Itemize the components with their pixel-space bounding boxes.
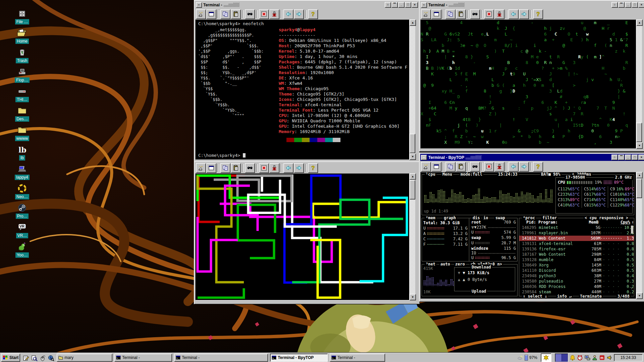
new-window-button[interactable] — [206, 163, 216, 173]
paste-button[interactable] — [231, 163, 241, 173]
process-list[interactable]: 146295minetest5G·········10.2170961nxpla… — [519, 225, 634, 295]
close-button[interactable]: × — [638, 155, 644, 160]
keep-above-button[interactable]: ○ — [385, 2, 391, 8]
text-editor-icon[interactable] — [22, 355, 30, 361]
window-menu-button[interactable]: − — [421, 155, 427, 160]
bpytop-mode[interactable]: mode:full — [460, 172, 483, 177]
new-window-button[interactable] — [206, 9, 216, 19]
help-button[interactable]: ? — [533, 162, 543, 172]
scroll-track[interactable] — [410, 180, 415, 294]
terminal-output-matrix[interactable]: 5 4 d - u m _ E @ k J { h j zv @ H r N R… — [420, 19, 636, 149]
bpytop-monitor[interactable]: ¹cpu Menu mode:full 15:24:33 BAT■ 98% + … — [420, 172, 636, 299]
proc-terminate-key[interactable]: Terminate — [579, 294, 603, 299]
new-tab-button[interactable] — [421, 162, 431, 172]
task-button-4[interactable]: >_Terminal - BpyTOP — [270, 354, 328, 362]
scroll-down-button[interactable]: ▼ — [636, 142, 643, 149]
new-tab-button[interactable] — [196, 163, 206, 173]
close-tab-button[interactable] — [259, 163, 269, 173]
find-button[interactable] — [470, 162, 480, 172]
pager-icon[interactable] — [541, 353, 551, 362]
process-row-mumble[interactable]: 139128mumble84M· · · ·0.5 — [519, 257, 634, 262]
net-auto-tab[interactable]: auto — [439, 261, 451, 267]
paste-button[interactable] — [456, 162, 466, 172]
task-button-5[interactable]: >_Terminal - — [330, 354, 385, 362]
scroll-track[interactable] — [636, 26, 642, 142]
new-window-button[interactable] — [431, 162, 441, 172]
shade-button[interactable]: ▔ — [618, 2, 625, 8]
maximize-button[interactable]: □ — [632, 2, 638, 8]
desktop-icon-wwww-folder[interactable]: wwww — [5, 125, 40, 141]
proc-scroll-thumb[interactable] — [631, 226, 633, 234]
scroll-thumb[interactable] — [636, 179, 642, 198]
mem-graph-tab[interactable]: graph — [443, 215, 457, 221]
desktop-icon-desktop-folder[interactable]: Des… — [5, 105, 40, 122]
terminal-output-pipes[interactable] — [195, 173, 410, 300]
scroll-thumb[interactable] — [636, 123, 642, 142]
web-browser-icon[interactable] — [47, 355, 55, 361]
scroll-up-button[interactable]: ▲ — [636, 172, 643, 178]
scroll-up-button[interactable]: ▲ — [636, 19, 643, 26]
close-tab-button[interactable] — [484, 9, 494, 19]
scroll-thumb[interactable] — [410, 180, 415, 199]
scroll-down-button[interactable]: ▼ — [410, 294, 416, 300]
desktop-icon-neotokyo[interactable]: Neo… — [5, 183, 40, 199]
copy-button[interactable] — [445, 9, 455, 19]
shade-button[interactable]: ▔ — [391, 2, 398, 8]
scroll-track[interactable] — [636, 178, 642, 293]
weather-icon[interactable] — [517, 355, 523, 361]
new-tab-button[interactable] — [421, 9, 431, 19]
keep-above-button[interactable]: ○ — [611, 155, 618, 160]
proc-select-keys[interactable]: ↑ select ↓ — [522, 294, 548, 299]
minimize-button[interactable]: _ — [625, 2, 631, 8]
proc-filter-tab[interactable]: filter — [541, 215, 558, 221]
process-row-xorg[interactable]: 138649Xorg145M· · · ·0.5 — [519, 262, 634, 268]
scrollbar[interactable]: ▲▼ — [410, 19, 415, 160]
desktop-icon-ib[interactable]: lbIb — [5, 144, 40, 161]
desktop-icon-lappy4[interactable]: lappy4 — [5, 164, 40, 180]
process-row-discord[interactable]: 141110Discord603M· · · ·0.5 — [519, 268, 634, 273]
bpytop-menu-button[interactable]: Menu — [441, 172, 453, 177]
keep-above-button[interactable]: ○ — [611, 2, 618, 8]
process-row-python3[interactable]: 234948python338M· · · ·0.4 — [519, 273, 634, 279]
maximize-button[interactable]: □ — [405, 2, 411, 8]
mumble-icon[interactable]: m — [599, 355, 605, 361]
scroll-down-button[interactable]: ▼ — [636, 293, 643, 299]
close-window-button[interactable] — [269, 163, 279, 173]
app-finder-icon[interactable] — [31, 355, 38, 361]
proc-box-label[interactable]: ⁴proc — [522, 215, 536, 221]
next-tab-button[interactable] — [519, 162, 529, 172]
proc-info-key[interactable]: info ↵ — [556, 294, 573, 299]
scrollbar[interactable]: ▲▼ — [636, 172, 642, 299]
process-row-web-content[interactable]: 187167Web Content298M· · · ·0.8 — [519, 252, 634, 257]
scroll-thumb[interactable] — [410, 134, 415, 153]
scroll-track[interactable] — [410, 26, 415, 154]
prev-tab-button[interactable] — [283, 163, 293, 173]
desktop-icon-thinkpad-device[interactable]: THI… — [5, 86, 40, 102]
copy-button[interactable] — [220, 163, 230, 173]
new-tab-button[interactable] — [196, 9, 206, 19]
taskbar-clock[interactable]: 15:24:33 — [614, 354, 643, 361]
desktop-icon-file-manager[interactable]: File … — [5, 8, 40, 24]
scroll-up-button[interactable]: ▲ — [410, 19, 416, 26]
task-button-2[interactable]: >_Terminal - — [114, 354, 172, 362]
mouse-settings-icon[interactable] — [39, 355, 46, 361]
proc-scroll-down-icon[interactable]: ↓ — [631, 285, 633, 291]
close-tab-button[interactable] — [259, 9, 269, 19]
process-row-nxplayer.bin[interactable]: 170961nxplayer.bin107M·········2.5 — [519, 230, 634, 236]
notifications-bell-icon[interactable] — [570, 355, 576, 361]
titlebar[interactable]: − Terminal - ○▔_□× — [195, 1, 419, 8]
battery-indicator[interactable] — [525, 355, 528, 361]
alarm-clock-icon[interactable] — [577, 355, 583, 361]
window-menu-button[interactable]: − — [196, 2, 202, 8]
process-row-rdd-process[interactable]: 146036RDD Process40M· · · ·0.2 — [519, 284, 634, 289]
close-window-button[interactable] — [269, 9, 279, 19]
scrollbar[interactable]: ▲▼ — [636, 19, 642, 149]
process-row-pulseaudio[interactable]: 138580pulseaudio27M· · · ·0.3 — [519, 279, 634, 284]
net-zero-tab[interactable]: zero — [454, 261, 466, 267]
find-button[interactable] — [470, 9, 480, 19]
next-tab-button[interactable] — [519, 9, 529, 19]
paste-button[interactable] — [456, 9, 466, 19]
find-button[interactable] — [245, 9, 255, 19]
status-person-icon[interactable] — [592, 355, 598, 361]
maximize-button[interactable]: □ — [632, 155, 638, 160]
